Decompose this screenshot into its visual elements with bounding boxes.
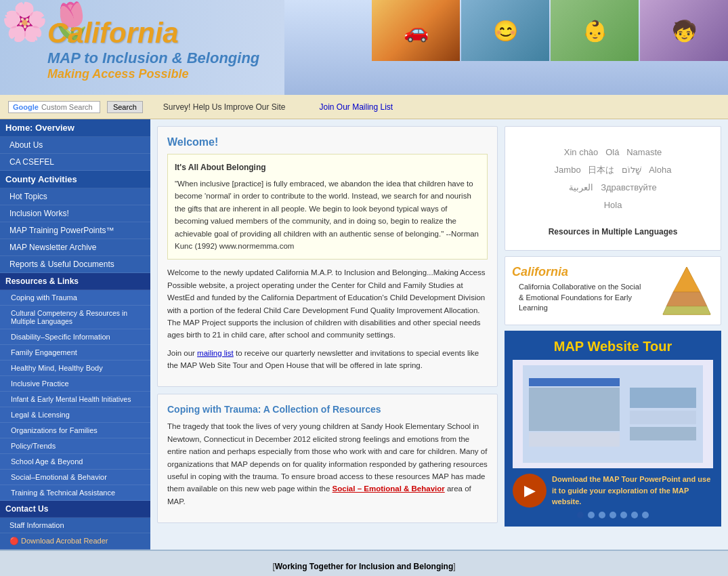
- social-emotional-link[interactable]: Social – Emotional & Behavior: [333, 485, 445, 493]
- welcome-title: Welcome!: [167, 136, 488, 148]
- search-input[interactable]: [41, 103, 95, 111]
- carousel-dot-7[interactable]: [642, 512, 649, 518]
- sidebar-item-training-tech[interactable]: Training & Technical Assistance: [0, 485, 150, 501]
- map-tour-icon: ▶: [513, 474, 547, 508]
- right-column: Xin chào Olá Namaste Jambo 日本は שָׁלוֹם A…: [505, 126, 721, 543]
- carousel-dot-1[interactable]: [577, 512, 584, 518]
- multilang-box: Xin chào Olá Namaste Jambo 日本は שָׁלוֹם A…: [505, 126, 721, 251]
- sidebar-item-orgs[interactable]: Organizations for Families: [0, 423, 150, 438]
- main-content: Welcome! It's All About Belonging "When …: [150, 119, 728, 550]
- mailing-list-link[interactable]: Join Our Mailing List: [319, 102, 393, 112]
- carousel-dot-4[interactable]: [609, 512, 616, 518]
- carousel-dot-3[interactable]: [599, 512, 605, 518]
- mailing-list-inline-link[interactable]: mailing list: [197, 349, 234, 357]
- main-layout: Home: Overview About Us CA CSEFEL County…: [0, 119, 728, 550]
- carousel-dot-2[interactable]: [588, 512, 595, 518]
- sidebar-item-contact[interactable]: Contact Us: [0, 501, 150, 518]
- sidebar-item-school[interactable]: School Age & Beyond: [0, 454, 150, 470]
- sidebar-item-home[interactable]: Home: Overview: [0, 119, 150, 137]
- ca-collab-box: California California Collaborative on t…: [505, 256, 721, 325]
- sidebar-item-infant[interactable]: Infant & Early Mental Health Initiatives: [0, 392, 150, 407]
- svg-marker-5: [673, 267, 700, 292]
- quote-body: "When inclusive [practice] is fully embr…: [175, 178, 480, 252]
- lang-word-1: Xin chào Olá Namaste: [564, 147, 662, 157]
- sidebar-item-inclusive[interactable]: Inclusive Practice: [0, 376, 150, 392]
- google-search-container: Google: [8, 101, 100, 113]
- sidebar-item-social[interactable]: Social–Emotional & Behavior: [0, 470, 150, 485]
- coping-body: The tragedy that took the lives of very …: [167, 420, 488, 508]
- sidebar-item-cultural[interactable]: Cultural Competency & Resources in Multi…: [0, 306, 150, 329]
- sidebar-item-acrobat[interactable]: 🔴 Download Acrobat Reader: [0, 533, 150, 550]
- welcome-body1: Welcome to the newly updated California …: [167, 266, 488, 341]
- footer-org-name: Working Together for Inclusion and Belon…: [275, 562, 454, 571]
- sidebar-item-family[interactable]: Family Engagement: [0, 345, 150, 361]
- pyramid-icon: [660, 264, 714, 318]
- lang-word-2: Jambo 日本は שָׁלוֹם Aloha: [555, 165, 672, 175]
- site-subtitle1: MAP to Inclusion & Belonging: [47, 49, 259, 67]
- search-button[interactable]: Search: [107, 101, 143, 113]
- header-photo-2: 😊: [461, 0, 549, 61]
- sidebar-item-disability[interactable]: Disability–Specific Information: [0, 329, 150, 345]
- carousel-dot-6[interactable]: [631, 512, 638, 518]
- site-subtitle2: Making Access Possible: [47, 67, 259, 81]
- coping-box: Coping with Trauma: A Collection of Reso…: [157, 394, 498, 523]
- center-column: Welcome! It's All About Belonging "When …: [157, 126, 498, 543]
- page-footer: [Working Together for Inclusion and Belo…: [0, 550, 728, 576]
- page-header: 🌸🌷 California MAP to Inclusion & Belongi…: [0, 0, 728, 95]
- coping-title: Coping with Trauma: A Collection of Reso…: [167, 404, 488, 415]
- ca-collab-name: California: [512, 265, 654, 279]
- welcome-box: Welcome! It's All About Belonging "When …: [157, 126, 498, 387]
- sidebar-item-newsletter[interactable]: MAP Newsletter Archive: [0, 239, 150, 256]
- sidebar-item-hot-topics[interactable]: Hot Topics: [0, 188, 150, 205]
- sidebar-item-about[interactable]: About Us: [0, 137, 150, 154]
- map-tour-details: ▶ Download the MAP Tour PowerPoint and u…: [513, 474, 713, 508]
- sidebar-item-training-ppt[interactable]: MAP Training PowerPoints™: [0, 222, 150, 239]
- mini-preview-right: [627, 385, 699, 443]
- survey-link[interactable]: Survey! Help Us Improve Our Site: [163, 102, 286, 112]
- map-tour-preview: [513, 360, 713, 468]
- quote-box: It's All About Belonging "When inclusive…: [167, 154, 488, 260]
- header-photo-3: 👶: [551, 0, 639, 61]
- sidebar-item-reports[interactable]: Reports & Useful Documents: [0, 256, 150, 273]
- map-tour-download-text: Download the MAP Tour PowerPoint and use…: [552, 474, 713, 508]
- map-tour-preview-inner: [523, 365, 703, 463]
- header-photo-1: 🚗: [372, 0, 460, 61]
- header-photo-4: 🧒: [640, 0, 728, 61]
- sidebar-item-staff[interactable]: Staff Information: [0, 518, 150, 533]
- svg-marker-7: [663, 306, 710, 314]
- sidebar-item-county[interactable]: County Activities: [0, 171, 150, 188]
- carousel-dot-5[interactable]: [620, 512, 627, 518]
- search-bar: Google Search Survey! Help Us Improve Ou…: [0, 95, 728, 119]
- svg-marker-6: [666, 292, 707, 306]
- sidebar-item-healthy[interactable]: Healthy Mind, Healthy Body: [0, 361, 150, 376]
- mini-preview-left: [527, 376, 622, 452]
- site-title-california: California: [47, 17, 259, 49]
- footer-org: [Working Together for Inclusion and Belo…: [11, 562, 717, 571]
- welcome-body2: Join our mailing list to receive our qua…: [167, 347, 488, 372]
- map-tour-title: MAP Website Tour: [513, 339, 713, 354]
- sidebar-item-resources[interactable]: Resources & Links: [0, 273, 150, 290]
- carousel-dots: [513, 512, 713, 518]
- quote-title: It's All About Belonging: [175, 161, 480, 173]
- ca-collab-desc: California Collaborative on the Social &…: [512, 279, 654, 316]
- sidebar-item-policy[interactable]: Policy/Trends: [0, 438, 150, 454]
- map-tour-box: MAP Website Tour: [505, 331, 721, 527]
- sidebar-item-inclusion-works[interactable]: Inclusion Works!: [0, 205, 150, 222]
- sidebar-item-ca-csefel[interactable]: CA CSEFEL: [0, 154, 150, 171]
- lang-word-3: العربية Здравствуйте: [569, 182, 656, 192]
- sidebar-item-coping[interactable]: Coping with Trauma: [0, 290, 150, 306]
- multilang-content: Xin chào Olá Namaste Jambo 日本は שָׁלוֹם A…: [512, 133, 714, 224]
- multilang-title: Resources in Multiple Languages: [512, 224, 714, 243]
- google-logo: Google: [13, 103, 39, 111]
- sidebar-item-legal[interactable]: Legal & Licensing: [0, 407, 150, 423]
- sidebar: Home: Overview About Us CA CSEFEL County…: [0, 119, 150, 550]
- lang-word-4: Hola: [604, 200, 622, 210]
